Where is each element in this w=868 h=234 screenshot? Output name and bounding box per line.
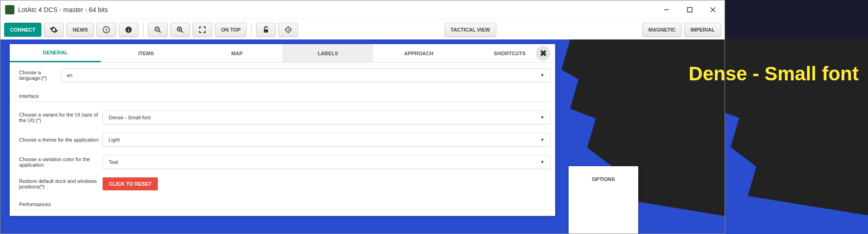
fullscreen-icon xyxy=(198,26,207,34)
tab-labels[interactable]: LABELS xyxy=(282,44,373,62)
reset-label: Restore default dock and windows positio… xyxy=(14,178,103,189)
language-select[interactable]: en xyxy=(61,68,551,82)
color-select[interactable]: Teal xyxy=(103,155,551,169)
tab-items[interactable]: ITEMS xyxy=(101,44,192,62)
zoom-in-icon xyxy=(176,26,184,34)
options-title: OPTIONS xyxy=(569,166,638,192)
language-value: en xyxy=(67,72,72,78)
performances-section-title: Performances xyxy=(14,199,551,210)
variant-select[interactable]: Dense - Small font xyxy=(103,110,551,124)
reset-button[interactable]: CLICK TO RESET xyxy=(103,177,158,190)
variant-value: Dense - Small font xyxy=(109,115,150,120)
color-value: Teal xyxy=(109,159,118,165)
panel-body: Choose a language:(*) en Interface Choos… xyxy=(10,63,555,216)
svg-line-12 xyxy=(181,31,183,32)
interface-section-title: Interface xyxy=(14,91,551,102)
toolbar-separator xyxy=(143,23,143,37)
news-button[interactable]: NEWS xyxy=(66,23,94,37)
settings-button[interactable] xyxy=(44,23,64,37)
gear-icon xyxy=(50,26,58,34)
magnetic-button[interactable]: MAGNETIC xyxy=(642,23,682,37)
svg-rect-1 xyxy=(687,7,692,12)
unlock-icon xyxy=(262,26,270,34)
theme-label: Choose a theme for the application: xyxy=(14,137,103,143)
svg-point-17 xyxy=(288,29,289,30)
svg-rect-15 xyxy=(264,29,268,32)
main-window: LotAtc 4 DCS - master - 64 bits CONNECT … xyxy=(0,0,725,234)
window-controls xyxy=(660,3,720,17)
annotation-text: Dense - Small font xyxy=(689,63,859,85)
imperial-button[interactable]: IMPERIAL xyxy=(684,23,721,37)
connect-button[interactable]: CONNECT xyxy=(4,23,41,37)
lock-button[interactable] xyxy=(256,23,276,37)
on-top-button[interactable]: ON TOP xyxy=(215,23,246,37)
toolbar: CONNECT NEWS ? i ON TOP TACTICAL VIEW xyxy=(0,19,725,39)
zoom-out-button[interactable] xyxy=(148,23,168,37)
crosshair-icon xyxy=(284,26,292,34)
minimize-button[interactable] xyxy=(660,3,674,17)
reset-row: Restore default dock and windows positio… xyxy=(14,177,551,190)
fullscreen-button[interactable] xyxy=(193,23,212,37)
svg-text:?: ? xyxy=(105,27,108,32)
app-icon xyxy=(5,5,14,14)
variant-label: Choose a variant for the UI (size of the… xyxy=(14,112,103,123)
window-title: LotAtc 4 DCS - master - 64 bits xyxy=(18,6,660,13)
svg-text:i: i xyxy=(128,27,130,32)
tab-approach[interactable]: APPROACH xyxy=(373,44,464,62)
info-icon: i xyxy=(124,26,133,34)
help-button[interactable]: ? xyxy=(97,23,116,37)
zoom-out-icon xyxy=(154,26,162,34)
titlebar: LotAtc 4 DCS - master - 64 bits xyxy=(0,0,725,19)
options-panel: OPTIONS xyxy=(569,166,638,234)
tactical-view-button[interactable]: TACTICAL VIEW xyxy=(445,23,496,37)
center-button[interactable] xyxy=(279,23,298,37)
close-panel-button[interactable]: ✖ xyxy=(536,46,551,61)
tab-general[interactable]: GENERAL xyxy=(10,44,101,62)
settings-panel: GENERAL ITEMS MAP LABELS APPROACH SHORTC… xyxy=(10,44,555,216)
maximize-button[interactable] xyxy=(683,3,697,17)
svg-line-9 xyxy=(159,31,161,32)
color-row: Choose a variation color for the applica… xyxy=(14,155,551,169)
settings-tabs: GENERAL ITEMS MAP LABELS APPROACH SHORTC… xyxy=(10,44,555,63)
theme-select[interactable]: Light xyxy=(103,133,551,147)
toolbar-separator xyxy=(251,23,252,37)
theme-row: Choose a theme for the application: Ligh… xyxy=(14,133,551,147)
zoom-in-button[interactable] xyxy=(170,23,190,37)
help-icon: ? xyxy=(102,26,110,34)
close-icon: ✖ xyxy=(540,48,547,58)
variant-row: Choose a variant for the UI (size of the… xyxy=(14,110,551,124)
info-button[interactable]: i xyxy=(119,23,138,37)
theme-value: Light xyxy=(109,137,120,143)
tab-map[interactable]: MAP xyxy=(192,44,283,62)
color-label: Choose a variation color for the applica… xyxy=(14,156,103,168)
language-row: Choose a language:(*) en xyxy=(14,68,551,82)
close-button[interactable] xyxy=(706,3,720,17)
language-label: Choose a language:(*) xyxy=(14,70,61,81)
